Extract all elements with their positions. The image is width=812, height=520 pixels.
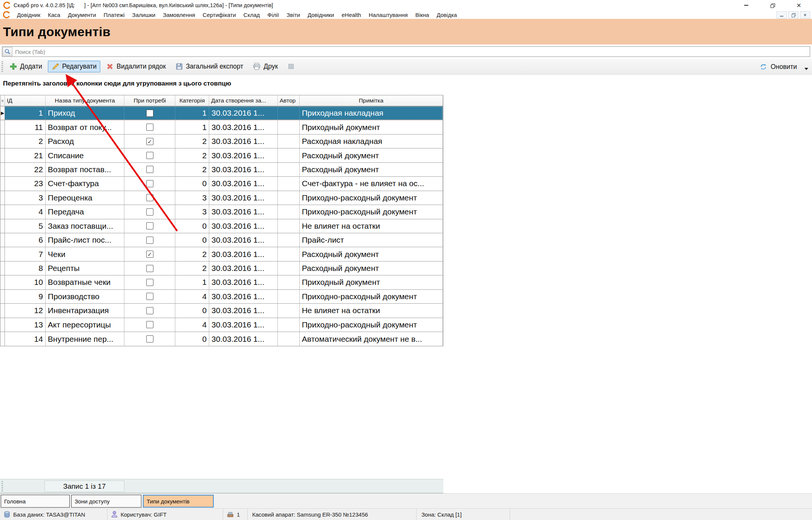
menu-item[interactable]: Довідник (13, 11, 44, 19)
tab-2[interactable]: Типи документів (143, 495, 214, 508)
column-header[interactable]: Назва типу документа (46, 95, 125, 106)
cell-note: Приходный документ (300, 120, 443, 134)
on-demand-checkbox[interactable] (146, 166, 153, 173)
table-row[interactable]: 8Рецепты230.03.2016 1...Расходный докуме… (0, 262, 443, 275)
on-demand-checkbox[interactable] (146, 307, 153, 314)
row-indicator (0, 219, 5, 233)
print-button[interactable]: Друк (249, 61, 282, 72)
menu-item[interactable]: Звіти (283, 11, 304, 19)
on-demand-checkbox[interactable] (146, 265, 153, 272)
columns-button[interactable] (283, 61, 299, 72)
refresh-dropdown-caret-icon[interactable] (804, 68, 808, 70)
column-header[interactable]: ІД (5, 95, 46, 106)
table-row[interactable]: 10Возвратные чеки130.03.2016 1...Приходн… (0, 275, 443, 289)
column-header[interactable]: При потребі (124, 95, 175, 106)
on-demand-checkbox[interactable] (146, 321, 153, 328)
table-row[interactable]: 11Возврат от поку...130.03.2016 1...Прих… (0, 120, 443, 134)
on-demand-checkbox[interactable]: ✓ (146, 251, 153, 258)
menu-item[interactable]: Залишки (129, 11, 159, 19)
export-icon (175, 63, 183, 70)
column-header[interactable]: Примітка (300, 95, 443, 106)
cell-note: Расходный документ (300, 163, 443, 176)
mdi-restore-icon (792, 13, 795, 17)
cell-name: Заказ поставщи... (46, 219, 125, 233)
table-row[interactable]: 4Передача330.03.2016 1...Приходно-расход… (0, 205, 443, 219)
search-input[interactable] (12, 48, 810, 55)
edit-button[interactable]: Редагувати (48, 61, 101, 72)
on-demand-checkbox[interactable] (146, 293, 153, 300)
menu-item[interactable]: eHealth (338, 11, 365, 19)
on-demand-checkbox[interactable] (146, 279, 153, 286)
cell-category: 4 (175, 290, 209, 303)
database-icon (3, 511, 11, 518)
menu-item[interactable]: Склад (240, 11, 264, 19)
menu-item[interactable]: Довідники (304, 11, 338, 19)
delete-button[interactable]: Видалити рядок (102, 61, 170, 72)
on-demand-checkbox[interactable] (146, 110, 153, 117)
mdi-minimize-button[interactable] (777, 11, 787, 18)
table-row[interactable]: 22Возврат постав...230.03.2016 1...Расхо… (0, 163, 443, 177)
cell-id: 8 (5, 262, 46, 275)
cell-author (278, 332, 300, 346)
table-row[interactable]: 13Акт пересортицы430.03.2016 1...Приходн… (0, 318, 443, 332)
table-row[interactable]: 23Счет-фактура030.03.2016 1...Счет-факту… (0, 177, 443, 191)
menu-item[interactable]: Вікна (412, 11, 433, 19)
table-row[interactable]: 9Производство430.03.2016 1...Приходно-ра… (0, 290, 443, 304)
cash-register-icon (227, 511, 234, 518)
cell-note: Расходная накладная (300, 135, 443, 148)
on-demand-checkbox[interactable] (146, 180, 153, 187)
cell-id: 6 (5, 233, 46, 247)
menu-item[interactable]: Сертифікати (199, 11, 240, 19)
cell-created: 30.03.2016 1... (209, 148, 278, 162)
mdi-restore-button[interactable] (788, 11, 798, 18)
on-demand-checkbox[interactable] (146, 208, 153, 216)
tab-1[interactable]: Зони доступу (71, 495, 141, 508)
table-row[interactable]: 14Внутренние пер...030.03.2016 1...Автом… (0, 332, 443, 346)
menu-item[interactable]: Філії (264, 11, 283, 19)
toolbar-grip[interactable] (2, 61, 3, 72)
refresh-button[interactable]: Оновити (759, 60, 808, 73)
on-demand-checkbox[interactable] (146, 222, 153, 229)
export-button[interactable]: Загальний експорт (172, 61, 247, 72)
tab-0[interactable]: Головна (1, 495, 70, 508)
close-button[interactable]: × (786, 0, 812, 11)
row-indicator (0, 177, 5, 190)
cell-author (278, 233, 300, 247)
cell-note: Расходный документ (300, 262, 443, 275)
cell-created: 30.03.2016 1... (209, 247, 278, 261)
table-row[interactable]: 5Заказ поставщи...030.03.2016 1...Не вли… (0, 219, 443, 233)
on-demand-checkbox[interactable] (146, 237, 153, 244)
column-header[interactable]: Автор (278, 95, 300, 106)
table-row[interactable]: 2Расход✓230.03.2016 1...Расходная наклад… (0, 135, 443, 148)
mdi-close-button[interactable]: × (800, 11, 810, 18)
table-row[interactable]: 3Переоценка330.03.2016 1...Приходно-расх… (0, 191, 443, 205)
column-header[interactable]: Категорія (175, 95, 209, 106)
cell-name: Переоценка (46, 191, 125, 205)
on-demand-checkbox[interactable] (146, 152, 153, 159)
table-row[interactable]: 7Чеки✓230.03.2016 1...Расходный документ (0, 247, 443, 261)
menu-item[interactable]: Каса (44, 11, 64, 19)
table-row[interactable]: ▶1Приход130.03.2016 1...Приходная наклад… (0, 106, 443, 120)
application-window: Скарб pro v. 4.0.2.85 [ІД: ] - [Апт №003… (0, 0, 812, 520)
menu-item[interactable]: Документи (64, 11, 100, 19)
on-demand-checkbox[interactable] (146, 335, 153, 343)
menu-item[interactable]: Замовлення (159, 11, 199, 19)
column-header[interactable]: Дата створення за... (209, 95, 278, 106)
on-demand-checkbox[interactable] (146, 194, 153, 201)
plus-icon (9, 63, 17, 70)
minimize-button[interactable] (733, 0, 759, 11)
on-demand-checkbox[interactable]: ✓ (146, 138, 153, 145)
restore-button[interactable] (759, 0, 786, 11)
menu-item[interactable]: Платежі (100, 11, 129, 19)
menu-item[interactable]: Довідка (433, 11, 461, 19)
row-indicator (0, 205, 5, 219)
table-row[interactable]: 21Списание230.03.2016 1...Расходный доку… (0, 148, 443, 162)
cell-on-demand (124, 191, 175, 205)
search-icon-button[interactable] (3, 47, 12, 56)
on-demand-checkbox[interactable] (146, 124, 153, 131)
table-row[interactable]: 6Прайс-лист пос...030.03.2016 1...Прайс-… (0, 233, 443, 247)
table-corner-menu-icon[interactable]: ≡ (0, 95, 5, 106)
add-button[interactable]: Додати (6, 61, 46, 72)
table-row[interactable]: 12Инвентаризация030.03.2016 1...Не влияе… (0, 304, 443, 318)
menu-item[interactable]: Налаштування (365, 11, 412, 19)
